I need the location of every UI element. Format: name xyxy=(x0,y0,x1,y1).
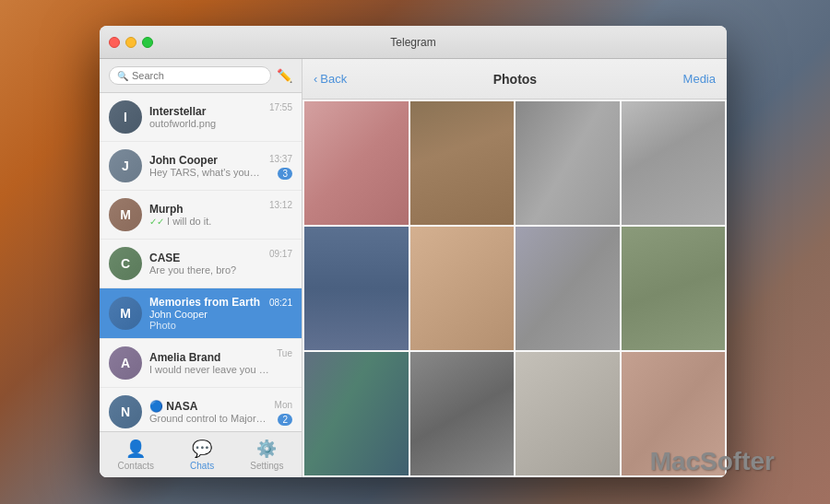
chat-time: 09:17 xyxy=(269,249,292,259)
right-panel: ‹ Back Photos Media xyxy=(302,59,727,477)
chat-preview: John Cooper xyxy=(149,309,262,320)
chat-time: 13:37 xyxy=(269,154,292,164)
chat-info: 🔵 NASA Ground control to Major Tom xyxy=(149,400,267,424)
window-title: Telegram xyxy=(390,36,435,49)
photo-cell[interactable] xyxy=(410,227,515,350)
chat-name: CASE xyxy=(149,252,262,264)
chat-info: Amelia Brand I would never leave you beh… xyxy=(149,351,269,375)
minimize-button[interactable] xyxy=(125,37,136,48)
compose-icon[interactable]: ✏️ xyxy=(277,68,292,83)
chat-item-nasa[interactable]: N 🔵 NASA Ground control to Major Tom Mon… xyxy=(100,388,302,431)
chat-preview: Are you there, bro? xyxy=(149,264,262,275)
chat-name: Amelia Brand xyxy=(149,351,269,364)
chat-preview: Ground control to Major Tom xyxy=(149,413,267,424)
chevron-left-icon: ‹ xyxy=(314,72,317,86)
chat-time: Mon xyxy=(275,400,292,410)
chat-item-john-cooper-1[interactable]: J John Cooper Hey TARS, what's your hone… xyxy=(100,142,302,191)
chat-info: John Cooper Hey TARS, what's your honest… xyxy=(149,154,262,178)
main-content: 🔍 ✏️ I Interstellar outofworld.png 17:55 xyxy=(100,59,727,477)
photo-cell[interactable] xyxy=(410,101,515,225)
photo-grid xyxy=(302,100,727,477)
photo-cell[interactable] xyxy=(622,101,726,225)
avatar: I xyxy=(109,100,142,134)
unread-badge: 2 xyxy=(278,414,292,426)
tab-label: Chats xyxy=(190,461,214,471)
chat-time: 13:12 xyxy=(269,200,292,210)
chat-info: Interstellar outofworld.png xyxy=(149,105,262,129)
bottom-tabs: 👤 Contacts 💬 Chats ⚙️ Settings xyxy=(100,431,302,477)
back-label: Back xyxy=(320,72,347,86)
chat-item-memories[interactable]: M Memories from Earth John Cooper Photo … xyxy=(100,288,302,339)
search-icon: 🔍 xyxy=(117,71,128,81)
photo-cell[interactable] xyxy=(304,101,409,225)
tab-label: Contacts xyxy=(118,461,154,471)
avatar: M xyxy=(109,297,142,330)
chat-preview: I would never leave you behind... TARS xyxy=(149,364,269,375)
close-button[interactable] xyxy=(109,37,120,48)
unread-badge: 3 xyxy=(278,168,292,180)
chat-time: 08:21 xyxy=(269,298,292,308)
watermark: MacSofter xyxy=(645,447,775,476)
title-bar: Telegram xyxy=(100,26,727,59)
tab-contacts[interactable]: 👤 Contacts xyxy=(107,435,165,475)
chats-icon: 💬 xyxy=(192,439,212,459)
photo-cell[interactable] xyxy=(622,227,726,350)
chat-preview-photo: Photo xyxy=(149,320,262,331)
chat-preview: outofworld.png xyxy=(149,118,262,129)
telegram-window: Telegram 🔍 ✏️ I Interstellar out xyxy=(100,26,727,477)
photo-cell[interactable] xyxy=(304,227,409,350)
traffic-lights xyxy=(109,37,153,48)
chat-name: Memories from Earth xyxy=(149,296,262,309)
maximize-button[interactable] xyxy=(142,37,153,48)
chat-time: Tue xyxy=(277,348,292,358)
chat-preview: ✓✓ I will do it. xyxy=(149,216,262,227)
chat-preview: Hey TARS, what's your honesty parameter? xyxy=(149,167,262,178)
avatar: J xyxy=(109,149,142,182)
chat-list: I Interstellar outofworld.png 17:55 J Jo… xyxy=(100,93,302,431)
chat-item-amelia[interactable]: A Amelia Brand I would never leave you b… xyxy=(100,339,302,388)
avatar: N xyxy=(109,395,142,428)
avatar: A xyxy=(109,346,142,380)
chat-time: 17:55 xyxy=(269,102,292,112)
sidebar: 🔍 ✏️ I Interstellar outofworld.png 17:55 xyxy=(100,59,302,477)
contacts-icon: 👤 xyxy=(125,439,146,459)
tab-label: Settings xyxy=(250,461,283,471)
tab-chats[interactable]: 💬 Chats xyxy=(179,435,225,475)
settings-icon: ⚙️ xyxy=(256,439,277,459)
chat-info: CASE Are you there, bro? xyxy=(149,252,262,275)
chat-item-case[interactable]: C CASE Are you there, bro? 09:17 xyxy=(100,240,302,288)
back-button[interactable]: ‹ Back xyxy=(314,72,347,86)
chat-name: John Cooper xyxy=(149,154,262,167)
panel-title: Photos xyxy=(347,72,682,87)
watermark-text: MacSofter xyxy=(650,447,775,476)
chat-item-interstellar[interactable]: I Interstellar outofworld.png 17:55 xyxy=(100,93,302,142)
tab-settings[interactable]: ⚙️ Settings xyxy=(239,435,294,475)
photo-cell[interactable] xyxy=(410,352,515,475)
chat-info: Memories from Earth John Cooper Photo xyxy=(149,296,262,331)
right-header: ‹ Back Photos Media xyxy=(302,59,727,100)
chat-name: Interstellar xyxy=(149,105,262,118)
photo-cell[interactable] xyxy=(516,227,620,350)
photo-cell[interactable] xyxy=(516,101,620,225)
photo-cell[interactable] xyxy=(304,352,409,475)
search-input[interactable] xyxy=(132,70,263,81)
photo-cell[interactable] xyxy=(516,352,620,475)
check-icon: ✓✓ xyxy=(149,217,164,227)
search-container[interactable]: 🔍 xyxy=(109,66,271,85)
search-bar: 🔍 ✏️ xyxy=(100,59,302,93)
media-button[interactable]: Media xyxy=(683,72,716,86)
avatar: M xyxy=(109,198,142,231)
chat-info: Murph ✓✓ I will do it. xyxy=(149,203,262,227)
chat-name: 🔵 NASA xyxy=(149,400,267,413)
chat-name: Murph xyxy=(149,203,262,216)
avatar: C xyxy=(109,247,142,280)
chat-item-murph[interactable]: M Murph ✓✓ I will do it. 13:12 xyxy=(100,191,302,240)
